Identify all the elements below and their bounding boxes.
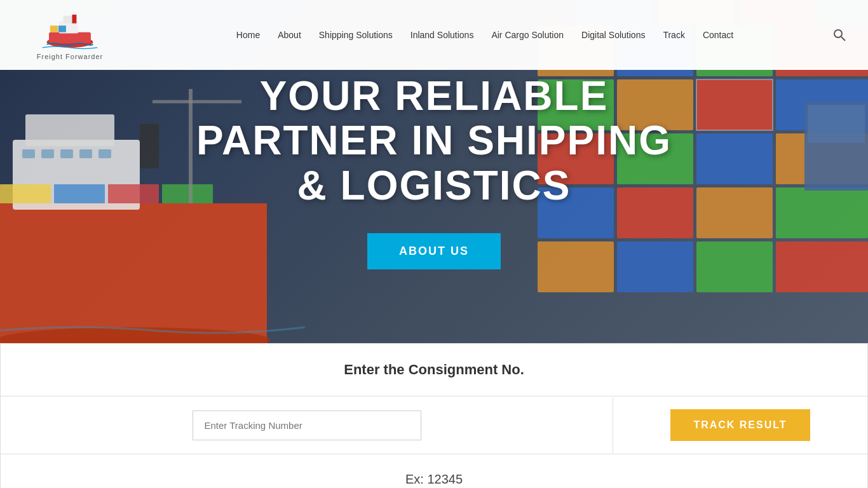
svg-rect-28 <box>776 241 868 292</box>
nav-about[interactable]: About <box>269 25 310 45</box>
svg-rect-1 <box>49 32 91 43</box>
tracking-input-area <box>1 398 613 453</box>
svg-rect-4 <box>72 14 76 23</box>
svg-rect-27 <box>696 241 773 292</box>
svg-rect-16 <box>79 149 92 158</box>
svg-rect-50 <box>808 105 865 143</box>
search-button[interactable] <box>830 25 849 44</box>
nav-track[interactable]: Track <box>654 25 693 45</box>
svg-line-8 <box>841 37 845 41</box>
svg-rect-31 <box>696 187 773 238</box>
search-icon <box>833 29 846 41</box>
svg-rect-12 <box>25 114 114 146</box>
svg-rect-15 <box>60 149 73 158</box>
navbar: Freight Forwarder Home About Shipping So… <box>0 0 868 70</box>
logo-subtitle: Freight Forwarder <box>37 53 103 60</box>
nav-air-cargo[interactable]: Air Cargo Solution <box>482 25 573 45</box>
hero-title: YOUR RELIABLE PARTNER IN SHIPPING & LOGI… <box>196 74 672 208</box>
svg-rect-21 <box>108 184 159 203</box>
nav-digital-solutions[interactable]: Digital Solutions <box>573 25 654 45</box>
hero-content: YOUR RELIABLE PARTNER IN SHIPPING & LOGI… <box>196 74 672 269</box>
tracking-section: Enter the Consignment No. TRACK RESULT E… <box>0 343 868 488</box>
logo[interactable]: Freight Forwarder <box>19 10 121 60</box>
svg-rect-18 <box>140 124 159 168</box>
svg-rect-6 <box>58 25 66 32</box>
nav-contact[interactable]: Contact <box>694 25 742 45</box>
nav-home[interactable]: Home <box>227 25 269 45</box>
tracking-button-area: TRACK RESULT <box>613 396 867 454</box>
svg-rect-17 <box>98 149 111 158</box>
svg-rect-20 <box>54 184 105 203</box>
tracking-input-row: TRACK RESULT <box>0 396 868 454</box>
svg-rect-19 <box>0 184 51 203</box>
logo-ship-icon <box>41 10 98 51</box>
svg-rect-13 <box>22 149 35 158</box>
nav-links: Home About Shipping Solutions Inland Sol… <box>146 25 824 45</box>
tracking-example: Ex: 12345 <box>0 454 868 488</box>
svg-rect-32 <box>776 187 868 238</box>
nav-inland-solutions[interactable]: Inland Solutions <box>402 25 483 45</box>
hero-title-line2: PARTNER IN SHIPPING <box>196 118 672 163</box>
hero-title-line1: YOUR RELIABLE <box>260 73 609 119</box>
tracking-header: Enter the Consignment No. <box>0 343 868 396</box>
svg-rect-5 <box>50 25 58 32</box>
nav-shipping-solutions[interactable]: Shipping Solutions <box>310 25 402 45</box>
hero-title-line3: & LOGISTICS <box>297 163 571 208</box>
tracking-header-text: Enter the Consignment No. <box>344 362 524 377</box>
tracking-example-text: Ex: 12345 <box>405 472 463 486</box>
track-result-button[interactable]: TRACK RESULT <box>670 409 810 441</box>
about-us-button[interactable]: ABOUT US <box>367 233 501 269</box>
svg-point-7 <box>834 30 842 37</box>
svg-rect-14 <box>41 149 54 158</box>
svg-rect-35 <box>696 133 773 184</box>
tracking-number-input[interactable] <box>193 410 421 440</box>
svg-rect-39 <box>696 79 773 130</box>
